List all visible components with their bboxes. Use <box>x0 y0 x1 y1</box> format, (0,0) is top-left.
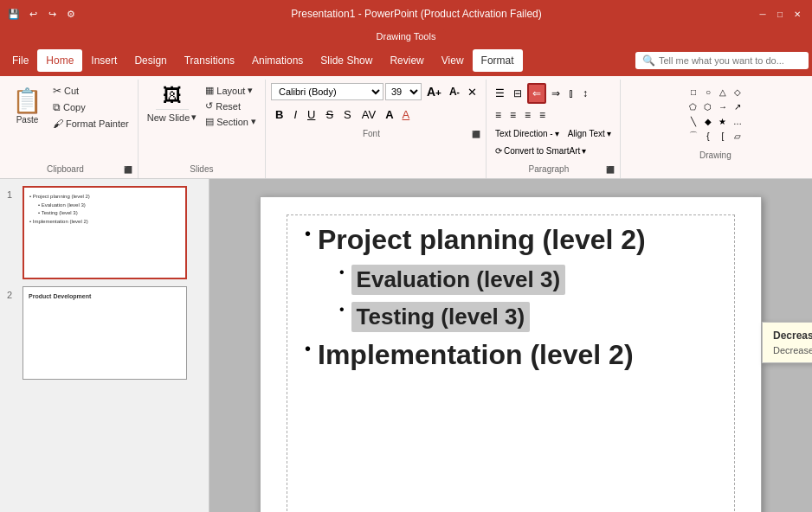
decrease-font-button[interactable]: A- <box>446 83 463 100</box>
shape-brace[interactable]: { <box>701 129 715 143</box>
shape-diamond[interactable]: ◆ <box>701 114 715 128</box>
paragraph-row1: ☰ ⊟ ⇐ ⇒ ⫿ ↕ <box>492 83 615 104</box>
bullet-icon-4: • <box>305 339 311 359</box>
line-spacing-button[interactable]: ↕ <box>579 85 591 102</box>
align-center-button[interactable]: ≡ <box>506 106 519 124</box>
font-color-button[interactable]: A <box>399 106 414 123</box>
shape-rhombus[interactable]: ◇ <box>731 85 744 99</box>
new-slide-bottom-button[interactable]: New Slide ▾ <box>144 110 201 125</box>
text-direction-label: Text Direction - <box>495 129 553 138</box>
bold-button[interactable]: B <box>271 106 287 123</box>
convert-smartart-button[interactable]: ⟳ Convert to SmartArt ▾ <box>492 144 590 158</box>
font-size-select[interactable]: 39 <box>385 83 422 100</box>
clipboard-content: 📋 Paste ✂ Cut ⧉ Copy 🖌 Format Painter <box>5 80 134 162</box>
copy-button[interactable]: ⧉ Copy <box>49 99 132 115</box>
cut-button[interactable]: ✂ Cut <box>49 83 132 99</box>
paste-button[interactable]: 📋 Paste <box>7 83 48 128</box>
slide-canvas[interactable]: • Project planning (level 2) • Evaluatio… <box>260 196 762 512</box>
slides-label: Slides <box>144 163 260 177</box>
cut-icon: ✂ <box>53 85 61 97</box>
align-text-label: Align Text <box>568 129 605 138</box>
close-button[interactable]: ✕ <box>789 6 805 22</box>
underline-button[interactable]: U <box>303 106 319 123</box>
shape-curved-arrow[interactable]: ↗ <box>731 99 744 113</box>
shape-bracket[interactable]: [ <box>716 129 730 143</box>
numbered-list-button[interactable]: ⊟ <box>510 85 525 102</box>
decrease-indent-button[interactable]: ⇐ <box>527 83 546 104</box>
align-right-button[interactable]: ≡ <box>521 106 534 124</box>
clear-formatting-button[interactable]: ✕ <box>464 83 480 100</box>
clipboard-small-buttons: ✂ Cut ⧉ Copy 🖌 Format Painter <box>49 83 132 131</box>
title-bar-icons: 💾 ↩ ↪ ⚙ <box>7 7 78 21</box>
section-icon: ▤ <box>205 116 214 127</box>
increase-indent-button[interactable]: ⇒ <box>548 85 564 102</box>
shape-ellipse[interactable]: … <box>731 114 744 128</box>
menu-home[interactable]: Home <box>37 49 82 72</box>
slide-thumbnail-1[interactable]: • Project planning (level 2) • Evaluatio… <box>23 186 187 279</box>
layout-chevron-icon: ▾ <box>248 85 253 96</box>
menu-file[interactable]: File <box>3 49 37 72</box>
bullet-list-button[interactable]: ☰ <box>492 85 508 102</box>
clipboard-expand-icon[interactable]: ⬛ <box>124 166 132 174</box>
shape-rect[interactable]: □ <box>686 85 700 99</box>
shape-pentagon[interactable]: ⬠ <box>686 99 700 113</box>
align-left-button[interactable]: ≡ <box>492 106 505 124</box>
char-spacing-button[interactable]: AV <box>358 106 380 123</box>
minimize-button[interactable]: ─ <box>755 6 770 22</box>
format-painter-button[interactable]: 🖌 Format Painter <box>49 116 132 131</box>
customize-icon[interactable]: ⚙ <box>64 7 78 21</box>
search-box[interactable]: 🔍 <box>635 52 809 69</box>
save-icon[interactable]: 💾 <box>7 7 21 21</box>
italic-button[interactable]: I <box>289 106 301 123</box>
paragraph-row4: ⟳ Convert to SmartArt ▾ <box>492 144 615 158</box>
shape-parallelogram[interactable]: ▱ <box>731 129 744 143</box>
font-name-select[interactable]: Calibri (Body) <box>271 83 383 100</box>
slide-thumbnail-2[interactable]: Product Development <box>23 286 187 380</box>
menu-review[interactable]: Review <box>381 49 432 72</box>
menu-view[interactable]: View <box>433 49 473 72</box>
drawing-label-row: Drawing <box>624 148 807 164</box>
reset-button[interactable]: ↺ Reset <box>202 99 260 113</box>
shape-hexagon[interactable]: ⬡ <box>701 99 715 113</box>
clipboard-group: 📋 Paste ✂ Cut ⧉ Copy 🖌 Format Painter C <box>2 80 139 178</box>
menu-animations[interactable]: Animations <box>243 49 312 72</box>
shape-arc[interactable]: ⌒ <box>686 129 700 143</box>
paragraph-expand-icon[interactable]: ⬛ <box>606 166 615 174</box>
font-row2: B I U S S AV A A <box>271 106 480 123</box>
font-expand-icon[interactable]: ⬛ <box>472 131 480 138</box>
strikethrough-button[interactable]: S <box>321 106 338 123</box>
align-text-button[interactable]: Align Text ▾ <box>564 126 615 141</box>
search-input[interactable] <box>659 55 802 66</box>
shape-arrow[interactable]: → <box>716 99 730 113</box>
menu-transitions[interactable]: Transitions <box>176 49 243 72</box>
section-button[interactable]: ▤ Section ▾ <box>202 114 260 129</box>
shape-circle[interactable]: ○ <box>701 85 715 99</box>
text-shadow-button[interactable]: S <box>339 106 356 123</box>
new-slide-top-button[interactable]: 🖼 <box>156 83 189 110</box>
drawing-group: □ ○ △ ◇ ⬠ ⬡ → ↗ ╲ ◆ ★ … ⌒ { [ ▱ Drawing <box>621 80 810 178</box>
font-size2-button[interactable]: A <box>382 106 396 123</box>
shape-triangle[interactable]: △ <box>716 85 730 99</box>
redo-icon[interactable]: ↪ <box>45 7 59 21</box>
main-area: 1 • Project planning (level 2) • Evaluat… <box>0 179 812 512</box>
undo-icon[interactable]: ↩ <box>26 7 40 21</box>
paste-label: Paste <box>16 115 39 125</box>
maximize-button[interactable]: □ <box>772 6 788 22</box>
increase-font-button[interactable]: A+ <box>423 83 445 100</box>
menu-slideshow[interactable]: Slide Show <box>312 49 381 72</box>
menu-format[interactable]: Format <box>473 49 523 72</box>
text-direction-button[interactable]: Text Direction - ▾ <box>492 126 563 141</box>
menu-design[interactable]: Design <box>126 49 175 72</box>
drag-handle[interactable] <box>260 327 261 337</box>
justify-button[interactable]: ≡ <box>536 106 549 124</box>
window-title: Presentation1 - PowerPoint (Product Acti… <box>78 8 755 20</box>
shape-line[interactable]: ╲ <box>686 114 700 128</box>
menu-bar: File Home Insert Design Transitions Anim… <box>0 45 812 76</box>
ribbon: 📋 Paste ✂ Cut ⧉ Copy 🖌 Format Painter C <box>0 76 812 179</box>
menu-insert[interactable]: Insert <box>82 49 126 72</box>
slides-small-buttons: ▦ Layout ▾ ↺ Reset ▤ Section ▾ <box>202 83 260 129</box>
layout-button[interactable]: ▦ Layout ▾ <box>202 83 260 98</box>
columns-button[interactable]: ⫿ <box>565 85 577 102</box>
bullet-icon-1: • <box>305 224 311 244</box>
shape-star[interactable]: ★ <box>716 114 730 128</box>
